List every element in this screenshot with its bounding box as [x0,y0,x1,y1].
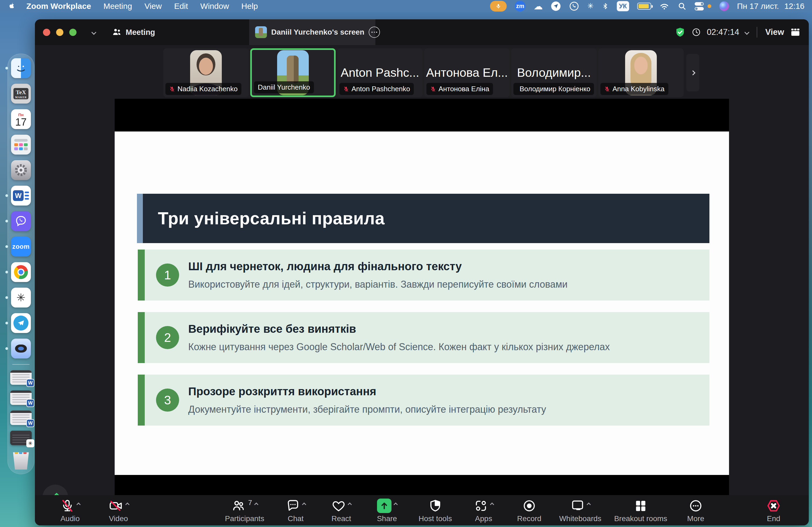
apps-button[interactable]: Apps [463,495,504,525]
menu-help[interactable]: Help [242,2,258,11]
rule-body: Документуйте інструменти, зберігайте про… [188,404,546,415]
minimized-chatgpt-window[interactable]: ✳ [10,431,32,445]
dock-trash-icon[interactable] [12,451,30,470]
dock-magnifier-icon[interactable] [11,338,31,359]
dock-texmaker-icon[interactable]: TeX MAKER [11,84,31,104]
whiteboards-button[interactable]: Whiteboards [555,495,606,525]
participants-button[interactable]: 7 Participants [219,495,270,525]
minimize-window-button[interactable] [56,29,63,36]
chevron-up-icon[interactable] [393,502,398,507]
menu-edit[interactable]: Edit [174,2,188,11]
mic-active-dot [708,4,711,8]
minimized-word-window[interactable]: W [10,370,32,385]
minimized-word-window[interactable]: W [10,410,32,425]
participant-tile-antonova[interactable]: Антонова Ел... Антонова Еліна [424,48,510,97]
strip-scroll-next-button[interactable] [686,54,699,91]
dock-zoom-icon[interactable]: zoom [11,237,31,257]
keyboard-layout-badge[interactable]: УК [617,1,629,11]
meeting-tab-label: Meeting [126,28,155,37]
running-indicator [5,194,8,197]
menu-view[interactable]: View [144,2,162,11]
bluetooth-icon[interactable] [602,2,609,11]
spotlight-search-icon[interactable] [678,2,686,11]
breakout-rooms-button[interactable]: Breakout rooms [611,495,670,525]
record-label: Record [517,515,541,523]
dock-settings-icon[interactable] [11,160,31,180]
chevron-down-icon[interactable] [91,30,96,35]
dock-viber-icon[interactable] [11,211,31,231]
rule-number: 2 [156,326,179,349]
video-button[interactable]: Video [98,495,139,525]
dock-telegram-icon[interactable] [11,313,31,333]
view-button[interactable]: View [765,27,784,37]
chevron-up-icon[interactable] [125,502,129,507]
audio-button[interactable]: Audio [50,495,90,525]
participant-tile-anton[interactable]: Anton Pashc... Anton Pashchenko [337,48,423,97]
rule-number: 3 [156,389,179,412]
rule-card-1: 1 ШІ для чернеток, людина для фінального… [138,250,709,301]
dock-chrome-icon[interactable] [11,262,31,282]
dock-finder-icon[interactable] [11,58,31,78]
mic-in-use-indicator[interactable] [490,1,507,12]
control-center-icon[interactable] [695,2,704,11]
participant-tile-daniil[interactable]: Daniil Yurchenko [250,48,336,97]
react-button[interactable]: React [321,495,361,525]
participant-tile-anna[interactable]: Anna Kobylinska [598,48,684,97]
battery-icon[interactable] [637,3,651,10]
breakout-rooms-label: Breakout rooms [614,515,667,523]
zoom-window-button[interactable] [69,29,76,36]
chevron-down-icon[interactable] [744,30,749,35]
dock-launchpad-icon[interactable] [11,135,31,154]
mic-muted-icon [430,86,436,93]
share-screen-icon [377,499,392,513]
menu-meeting[interactable]: Meeting [103,2,132,11]
menu-window[interactable]: Window [200,2,229,11]
participant-tile-volodymyr[interactable]: Володимир... Володимир Корніенко [511,48,597,97]
close-window-button[interactable] [43,29,50,36]
zoom-menubar-icon[interactable]: zm [515,1,525,12]
share-button[interactable]: Share [367,495,407,525]
chevron-up-icon[interactable] [302,502,306,507]
participants-label: Participants [225,515,264,523]
mic-muted-icon [60,499,74,513]
siri-icon[interactable] [719,1,729,11]
host-tools-label: Host tools [419,515,452,523]
chevron-up-icon[interactable] [254,502,258,507]
chevron-up-icon[interactable] [76,502,81,507]
end-meeting-button[interactable]: End [753,495,794,525]
video-label: Video [109,515,128,523]
tab-shared-screen[interactable]: Daniil Yurchenko's screen [249,19,375,45]
host-tools-button[interactable]: Host tools [412,495,458,525]
chat-button[interactable]: Chat [276,495,316,525]
minimized-word-window[interactable]: W [10,390,32,405]
participant-tile-nadiia[interactable]: Nadiia Kozachenko [163,48,249,97]
openai-menubar-icon[interactable]: ✳ [587,2,593,10]
tab-options-icon[interactable] [369,27,380,38]
rule-heading: Прозоре розкриття використання [188,385,546,398]
apps-label: Apps [475,515,492,523]
apple-logo-icon[interactable] [8,2,16,11]
location-arrow-icon[interactable] [551,1,561,11]
apps-icon [474,499,488,513]
record-button[interactable]: Record [509,495,549,525]
menubar-clock[interactable]: Пн 17 лист. 12:16 [737,2,804,11]
menu-app-name[interactable]: Zoom Workplace [26,2,91,11]
chevron-up-icon[interactable] [490,502,494,507]
dock-chatgpt-icon[interactable]: ✳ [11,288,31,307]
end-label: End [767,515,780,523]
wifi-icon[interactable] [659,2,669,10]
security-shield-icon[interactable] [675,27,686,38]
chevron-up-icon[interactable] [586,502,591,507]
tab-meeting[interactable]: Meeting [112,27,155,37]
mic-muted-icon [343,86,349,93]
camera-muted-icon [108,499,123,513]
viber-menubar-icon[interactable] [569,1,579,11]
macos-dock: TeX MAKER Пн 17 W [8,54,34,474]
dock-word-icon[interactable]: W [11,186,31,206]
view-grid-icon[interactable] [790,27,801,37]
dock-calendar-icon[interactable]: Пн 17 [11,109,31,129]
more-button[interactable]: More [676,495,716,525]
cloud-icon[interactable]: ☁ [534,2,543,11]
participant-name: Anton Pashchenko [351,85,410,93]
chevron-up-icon[interactable] [347,502,352,507]
